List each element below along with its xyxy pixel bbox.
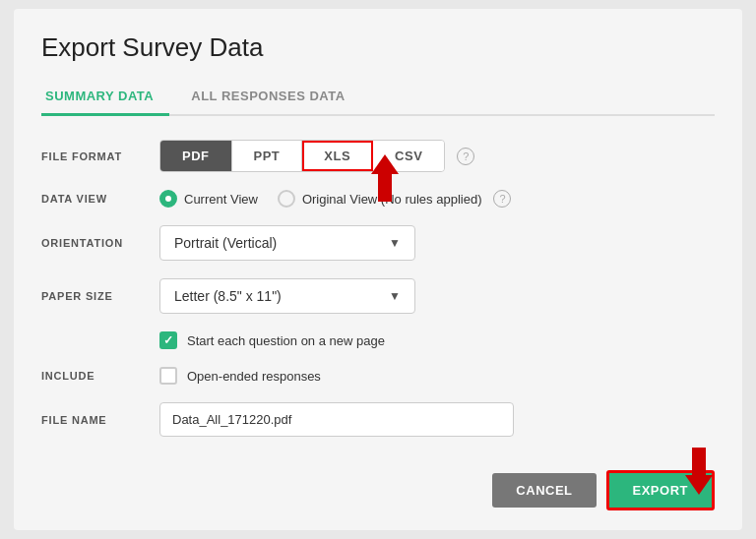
data-view-row: DATA VIEW Current View Original View (No… bbox=[41, 190, 715, 208]
data-view-radio-group: Current View Original View (No rules app… bbox=[159, 190, 481, 208]
new-page-checkbox-label: Start each question on a new page bbox=[187, 333, 385, 348]
paper-size-dropdown[interactable]: Letter (8.5" x 11") ▼ bbox=[159, 278, 415, 314]
new-page-checkbox-row[interactable]: Start each question on a new page bbox=[159, 331, 385, 349]
include-checkbox-row[interactable]: Open-ended responses bbox=[159, 367, 321, 385]
include-label: INCLUDE bbox=[41, 370, 159, 382]
include-content: Open-ended responses bbox=[159, 367, 715, 385]
orientation-dropdown[interactable]: Portrait (Vertical) ▼ bbox=[159, 225, 415, 261]
paper-size-row: PAPER SIZE Letter (8.5" x 11") ▼ bbox=[41, 278, 715, 314]
paper-size-label: PAPER SIZE bbox=[41, 290, 159, 302]
orientation-dropdown-arrow: ▼ bbox=[389, 236, 401, 250]
tab-all-responses-data[interactable]: ALL RESPONSES DATA bbox=[187, 81, 360, 116]
paper-size-content: Letter (8.5" x 11") ▼ bbox=[159, 278, 715, 314]
orientation-content: Portrait (Vertical) ▼ bbox=[159, 225, 715, 261]
file-format-help-icon[interactable]: ? bbox=[457, 148, 474, 165]
file-format-row: FILE FORMAT PDF PPT XLS CSV ? bbox=[41, 140, 715, 172]
include-checkbox[interactable] bbox=[159, 367, 177, 385]
file-name-label: FILE NAME bbox=[41, 414, 159, 426]
data-view-help-icon[interactable]: ? bbox=[493, 190, 511, 208]
cancel-button[interactable]: CANCEL bbox=[492, 473, 596, 508]
radio-original-view[interactable]: Original View (No rules applied) bbox=[278, 190, 482, 208]
radio-original-view-indicator bbox=[278, 190, 295, 208]
format-pdf-button[interactable]: PDF bbox=[160, 141, 232, 171]
file-name-row: FILE NAME bbox=[41, 402, 715, 437]
file-format-group: PDF PPT XLS CSV bbox=[159, 140, 445, 172]
data-view-content: Current View Original View (No rules app… bbox=[159, 190, 715, 208]
paper-size-value: Letter (8.5" x 11") bbox=[174, 288, 282, 304]
file-format-label: FILE FORMAT bbox=[41, 150, 159, 162]
radio-original-view-label: Original View (No rules applied) bbox=[302, 192, 482, 207]
format-xls-button[interactable]: XLS bbox=[302, 141, 373, 171]
orientation-value: Portrait (Vertical) bbox=[174, 235, 277, 251]
export-button[interactable]: EXPORT bbox=[606, 470, 715, 510]
orientation-label: ORIENTATION bbox=[41, 237, 159, 249]
radio-current-view-label: Current View bbox=[184, 192, 258, 207]
dialog-footer: CANCEL EXPORT bbox=[41, 454, 715, 530]
radio-current-view[interactable]: Current View bbox=[159, 190, 258, 208]
file-name-input[interactable] bbox=[159, 402, 514, 437]
orientation-row: ORIENTATION Portrait (Vertical) ▼ bbox=[41, 225, 715, 261]
new-page-checkbox[interactable] bbox=[159, 331, 177, 349]
paper-size-dropdown-arrow: ▼ bbox=[389, 289, 401, 303]
dialog-title: Export Survey Data bbox=[41, 32, 715, 63]
include-checkbox-label: Open-ended responses bbox=[187, 369, 321, 384]
file-format-content: PDF PPT XLS CSV ? bbox=[159, 140, 715, 172]
tab-bar: SUMMARY DATA ALL RESPONSES DATA bbox=[41, 81, 715, 116]
new-page-row: Start each question on a new page bbox=[41, 331, 715, 349]
format-csv-button[interactable]: CSV bbox=[373, 141, 444, 171]
format-ppt-button[interactable]: PPT bbox=[232, 141, 303, 171]
tab-summary-data[interactable]: SUMMARY DATA bbox=[41, 81, 169, 116]
export-dialog: Export Survey Data SUMMARY DATA ALL RESP… bbox=[14, 9, 742, 530]
include-row: INCLUDE Open-ended responses bbox=[41, 367, 715, 385]
file-name-content bbox=[159, 402, 715, 437]
data-view-label: DATA VIEW bbox=[41, 193, 159, 205]
radio-current-view-indicator bbox=[159, 190, 177, 208]
